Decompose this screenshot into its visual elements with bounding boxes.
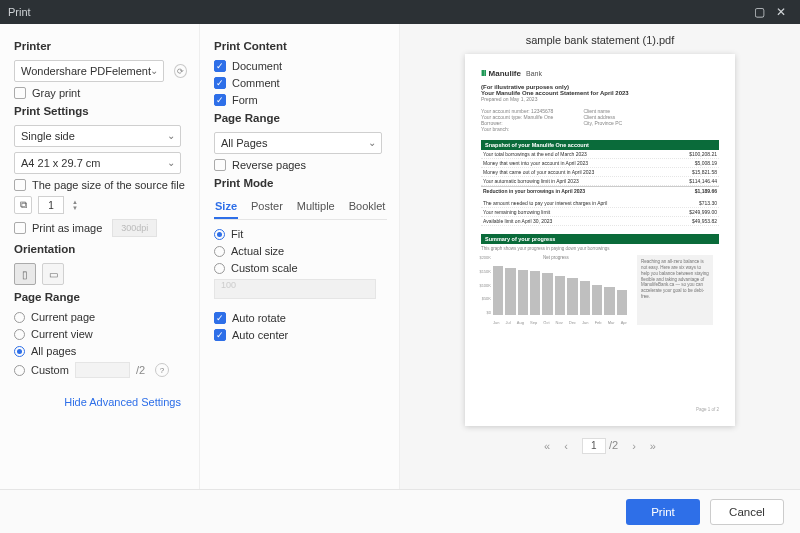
data-row: Your total borrowings at the end of Marc… bbox=[481, 150, 719, 159]
data-row: The amount needed to pay your interest c… bbox=[481, 199, 719, 208]
pager-current-input[interactable]: 1 bbox=[582, 438, 606, 454]
data-row: Available limit on April 30, 2023$49,953… bbox=[481, 217, 719, 226]
pager-last-icon[interactable]: » bbox=[650, 440, 656, 452]
current-view-radio[interactable] bbox=[14, 329, 25, 340]
chevron-down-icon: ⌄ bbox=[368, 137, 376, 148]
actual-radio[interactable] bbox=[214, 246, 225, 257]
account-info-right: Client name Client address City, Provinc… bbox=[583, 108, 622, 132]
data-row: Your remaining borrowing limit$249,999.0… bbox=[481, 208, 719, 217]
actual-label: Actual size bbox=[231, 245, 284, 257]
custom-total: /2 bbox=[136, 364, 145, 376]
custom-scale-label: Custom scale bbox=[231, 262, 298, 274]
comment-checkbox[interactable]: ✓ bbox=[214, 77, 226, 89]
pager-prev-icon[interactable]: ‹ bbox=[564, 440, 568, 452]
custom-radio[interactable] bbox=[14, 365, 25, 376]
reverse-pages-label: Reverse pages bbox=[232, 159, 306, 171]
page-range-select[interactable]: All Pages ⌄ bbox=[214, 132, 382, 154]
printer-refresh-icon[interactable]: ⟳ bbox=[174, 64, 187, 78]
client-line: City, Province PC bbox=[583, 120, 622, 126]
print-mode-heading: Print Mode bbox=[214, 177, 387, 189]
auto-center-label: Auto center bbox=[232, 329, 288, 341]
form-checkbox[interactable]: ✓ bbox=[214, 94, 226, 106]
snapshot-header: Snapshot of your Manulife One account bbox=[481, 140, 719, 150]
printer-select[interactable]: Wondershare PDFelement ⌄ bbox=[14, 60, 164, 82]
acct-line: Your branch: bbox=[481, 126, 553, 132]
logo-sub: Bank bbox=[526, 70, 542, 77]
left-panel: Printer Wondershare PDFelement ⌄ ⟳ Gray … bbox=[0, 24, 200, 489]
page-range-select-value: All Pages bbox=[221, 137, 267, 149]
print-content-heading: Print Content bbox=[214, 40, 387, 52]
summary-header: Summary of your progress bbox=[481, 234, 719, 244]
chart-note: Reaching an all-zero balance is not easy… bbox=[637, 255, 713, 325]
progress-chart: $200K$150K$100K$50K$0 JunJulAugSepOctNov… bbox=[481, 255, 631, 325]
page-range-right-heading: Page Range bbox=[214, 112, 387, 124]
auto-rotate-checkbox[interactable]: ✓ bbox=[214, 312, 226, 324]
middle-panel: Print Content ✓Document ✓Comment ✓Form P… bbox=[200, 24, 400, 489]
source-size-label: The page size of the source file bbox=[32, 179, 185, 191]
reduction-label: Reduction in your borrowings in April 20… bbox=[483, 188, 585, 194]
print-as-image-label: Print as image bbox=[32, 222, 102, 234]
tab-poster[interactable]: Poster bbox=[250, 197, 284, 219]
data-row: Your automatic borrowing limit in April … bbox=[481, 177, 719, 186]
maximize-icon[interactable]: ▢ bbox=[748, 3, 770, 21]
copies-stepper[interactable]: ▲▼ bbox=[72, 199, 78, 211]
footer: Print Cancel bbox=[0, 489, 800, 533]
current-view-label: Current view bbox=[31, 328, 93, 340]
gray-print-checkbox[interactable] bbox=[14, 87, 26, 99]
reduction-row: Reduction in your borrowings in April 20… bbox=[481, 186, 719, 195]
copies-input[interactable]: 1 bbox=[38, 196, 64, 214]
custom-scale-input[interactable]: 100 bbox=[214, 279, 376, 299]
chart-title: Net progress bbox=[481, 255, 631, 260]
close-icon[interactable]: ✕ bbox=[770, 3, 792, 21]
advanced-settings-link[interactable]: Hide Advanced Settings bbox=[14, 396, 181, 408]
source-size-checkbox[interactable] bbox=[14, 179, 26, 191]
auto-center-checkbox[interactable]: ✓ bbox=[214, 329, 226, 341]
help-icon[interactable]: ? bbox=[155, 363, 169, 377]
fit-label: Fit bbox=[231, 228, 243, 240]
auto-rotate-label: Auto rotate bbox=[232, 312, 286, 324]
data-row: Money that went into your account in Apr… bbox=[481, 159, 719, 168]
pager-next-icon[interactable]: › bbox=[632, 440, 636, 452]
dpi-input[interactable]: 300dpi bbox=[112, 219, 157, 237]
orientation-portrait-button[interactable]: ▯ bbox=[14, 263, 36, 285]
orientation-landscape-button[interactable]: ▭ bbox=[42, 263, 64, 285]
account-info-left: Your account number: 12345678 Your accou… bbox=[481, 108, 553, 132]
progress-subtitle: This graph shows your progress in paying… bbox=[481, 246, 719, 251]
prepared-date: Prepared on May 1, 2023 bbox=[481, 96, 719, 102]
chevron-down-icon: ⌄ bbox=[167, 157, 175, 168]
manulife-logo-icon: III bbox=[481, 68, 486, 78]
titlebar: Print ▢ ✕ bbox=[0, 0, 800, 24]
tab-multiple[interactable]: Multiple bbox=[296, 197, 336, 219]
form-label: Form bbox=[232, 94, 258, 106]
reduction-value: $1,189.66 bbox=[695, 188, 717, 194]
page-number: Page 1 of 2 bbox=[481, 407, 719, 412]
logo-brand: Manulife bbox=[489, 69, 521, 78]
all-pages-radio[interactable] bbox=[14, 346, 25, 357]
page-range-left-heading: Page Range bbox=[14, 291, 187, 303]
print-as-image-checkbox[interactable] bbox=[14, 222, 26, 234]
cancel-button[interactable]: Cancel bbox=[710, 499, 784, 525]
all-pages-label: All pages bbox=[31, 345, 76, 357]
current-page-radio[interactable] bbox=[14, 312, 25, 323]
fit-radio[interactable] bbox=[214, 229, 225, 240]
custom-label: Custom bbox=[31, 364, 69, 376]
copies-value: 1 bbox=[48, 200, 54, 211]
paper-select[interactable]: A4 21 x 29.7 cm ⌄ bbox=[14, 152, 181, 174]
sides-select[interactable]: Single side ⌄ bbox=[14, 125, 181, 147]
copies-icon: ⧉ bbox=[14, 196, 32, 214]
custom-scale-radio[interactable] bbox=[214, 263, 225, 274]
reverse-pages-checkbox[interactable] bbox=[214, 159, 226, 171]
document-checkbox[interactable]: ✓ bbox=[214, 60, 226, 72]
tab-booklet[interactable]: Booklet bbox=[348, 197, 387, 219]
print-button[interactable]: Print bbox=[626, 499, 700, 525]
tab-size[interactable]: Size bbox=[214, 197, 238, 219]
paper-select-value: A4 21 x 29.7 cm bbox=[21, 157, 101, 169]
current-page-label: Current page bbox=[31, 311, 95, 323]
chevron-down-icon: ⌄ bbox=[167, 130, 175, 141]
printer-select-value: Wondershare PDFelement bbox=[21, 65, 151, 77]
gray-print-label: Gray print bbox=[32, 87, 80, 99]
pager-first-icon[interactable]: « bbox=[544, 440, 550, 452]
custom-pages-input[interactable] bbox=[75, 362, 130, 378]
printer-heading: Printer bbox=[14, 40, 187, 52]
print-settings-heading: Print Settings bbox=[14, 105, 187, 117]
